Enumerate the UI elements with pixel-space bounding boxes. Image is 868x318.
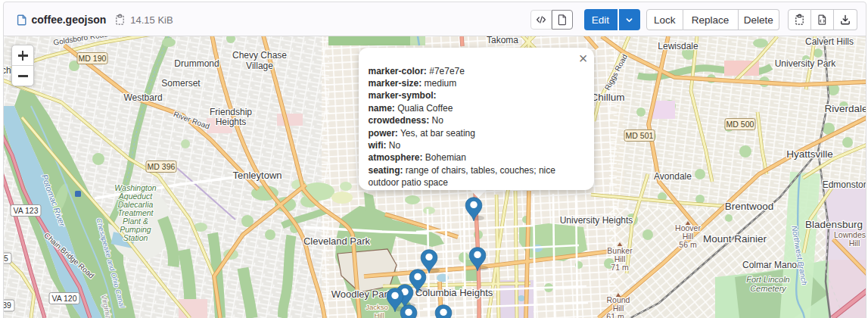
svg-text:VA 120: VA 120 xyxy=(51,294,76,303)
svg-text:Brentwood: Brentwood xyxy=(724,201,773,212)
svg-text:Bladensburg: Bladensburg xyxy=(805,219,863,230)
svg-text:Friendship: Friendship xyxy=(209,107,251,117)
svg-text:ch: ch xyxy=(4,65,11,76)
svg-text:Heights: Heights xyxy=(215,117,246,127)
svg-text:Woodley Park: Woodley Park xyxy=(331,288,392,300)
svg-text:Jackso: Jackso xyxy=(366,303,388,311)
svg-text:Fort Lincoln: Fort Lincoln xyxy=(746,275,789,284)
svg-text:Takoma: Takoma xyxy=(486,36,518,45)
svg-text:Hyattsville: Hyattsville xyxy=(786,148,833,160)
svg-text:MD 190: MD 190 xyxy=(78,54,106,63)
svg-text:39: 39 xyxy=(4,301,11,310)
svg-text:Mount Rainier: Mount Rainier xyxy=(702,233,767,245)
svg-text:Cleveland Park: Cleveland Park xyxy=(303,235,370,247)
svg-text:Edmonston: Edmonston xyxy=(822,179,865,190)
svg-text:University Heights: University Heights xyxy=(559,215,633,226)
svg-text:Calvert Hills: Calvert Hills xyxy=(804,36,853,47)
svg-text:71 m: 71 m xyxy=(611,263,629,272)
svg-text:MD 396: MD 396 xyxy=(147,162,175,171)
svg-text:Tenleytown: Tenleytown xyxy=(232,170,282,181)
svg-text:61 m: 61 m xyxy=(606,312,624,318)
svg-text:VA 123: VA 123 xyxy=(13,206,38,215)
svg-text:Village: Village xyxy=(246,61,273,71)
svg-text:Hill: Hill xyxy=(374,311,384,318)
svg-text:Station: Station xyxy=(123,233,148,242)
svg-text:MD 501: MD 501 xyxy=(625,131,653,140)
svg-text:Riverdale: Riverdale xyxy=(824,103,866,114)
svg-text:56 m: 56 m xyxy=(679,240,697,249)
svg-text:Lewisdale: Lewisdale xyxy=(658,41,698,51)
svg-text:Drummond: Drummond xyxy=(174,58,219,69)
svg-text:Chillum: Chillum xyxy=(590,92,624,103)
svg-text:Colmar Manor: Colmar Manor xyxy=(742,260,799,270)
svg-text:05: 05 xyxy=(4,254,8,263)
svg-text:Hill: Hill xyxy=(848,238,860,248)
svg-text:Avondale: Avondale xyxy=(654,171,692,182)
svg-text:Cemetery: Cemetery xyxy=(750,284,787,293)
svg-text:MD 500: MD 500 xyxy=(726,120,754,129)
svg-text:Chevy Chase: Chevy Chase xyxy=(232,50,286,61)
svg-text:University Park: University Park xyxy=(774,58,836,69)
svg-text:Westbard: Westbard xyxy=(123,92,162,103)
svg-text:Somerset: Somerset xyxy=(161,78,201,89)
